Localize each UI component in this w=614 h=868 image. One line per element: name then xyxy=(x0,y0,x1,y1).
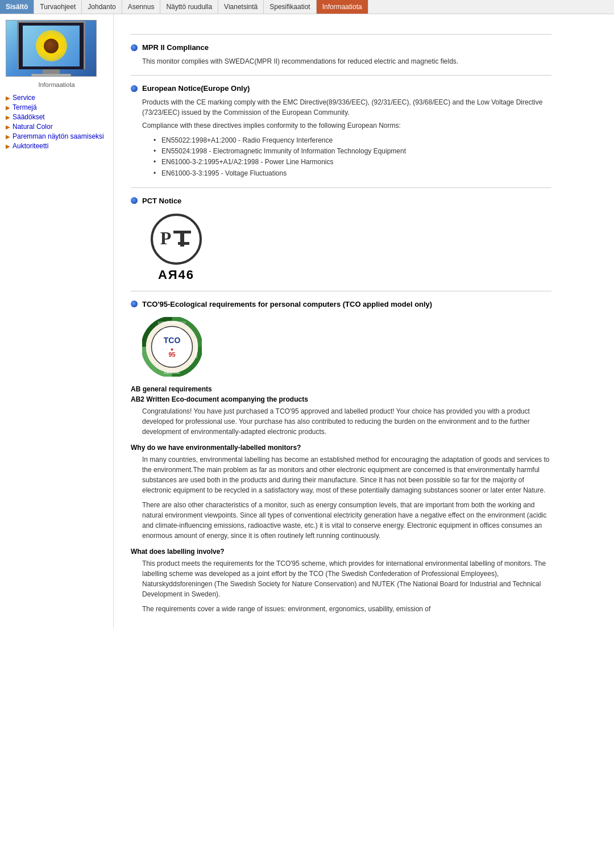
svg-rect-2 xyxy=(178,242,189,245)
requirements-text: The requirements cover a wide range of i… xyxy=(142,604,551,614)
sidebar-item-termeja[interactable]: ▶Termejä xyxy=(6,103,107,111)
bullet-icon xyxy=(131,301,138,307)
nav-item-spesifikaatiot[interactable]: Spesifikaatiot xyxy=(264,0,316,14)
mpr-section-header: MPR II Compliance xyxy=(131,43,551,52)
top-divider xyxy=(131,34,551,35)
list-item: EN55024:1998 - Electromagnetic Immunity … xyxy=(154,146,551,157)
mpr-title: MPR II Compliance xyxy=(142,43,209,52)
sidebar-item-saadokset[interactable]: ▶Säädökset xyxy=(6,113,107,121)
pct-title: PCT Notice xyxy=(142,197,181,205)
tco-svg: TCO ● 95 ECOLOGY●ENERGY ERGONOMICS EMISS… xyxy=(142,317,202,377)
svg-text:TCO●: TCO● xyxy=(146,344,150,352)
bullet-icon xyxy=(131,85,138,92)
europe-section-header: European Notice(Europe Only) xyxy=(131,84,551,93)
nav-item-vianetsinta[interactable]: Vianetsintä xyxy=(218,0,264,14)
tco-section-header: TCO'95-Ecological requirements for perso… xyxy=(131,300,551,308)
pct-logo: Р АЯ46 xyxy=(142,214,210,282)
list-item: EN61000-3-3:1995 - Voltage Fluctuations xyxy=(154,168,551,179)
divider-3 xyxy=(131,291,551,291)
sidebar-item-service[interactable]: ▶Service xyxy=(6,94,107,102)
divider-2 xyxy=(131,187,551,188)
svg-text:ECOLOGY●ENERGY: ECOLOGY●ENERGY xyxy=(158,321,186,324)
nav-item-turvaohjeet[interactable]: Turvaohjeet xyxy=(34,0,82,14)
ab2-header: AB2 Written Eco-document acompanying the… xyxy=(131,395,551,403)
pct-p-letter: Р xyxy=(160,228,172,251)
sidebar-item-natural-color[interactable]: ▶Natural Color xyxy=(6,123,107,131)
sidebar-section-label: Informaatiota xyxy=(6,81,107,88)
europe-text2: Compliance with these directives implies… xyxy=(142,120,551,131)
svg-text:TCO: TCO xyxy=(164,336,181,345)
nav-item-johdanto[interactable]: Johdanto xyxy=(82,0,122,14)
ab-general-header: AB general requirements xyxy=(131,385,551,393)
svg-text:95: 95 xyxy=(168,351,175,358)
arrow-icon: ▶ xyxy=(6,143,10,149)
tco-title: TCO'95-Ecological requirements for perso… xyxy=(142,300,432,308)
ab2-text: Congratulations! You have just purchased… xyxy=(142,406,551,437)
nav-item-asennus[interactable]: Asennus xyxy=(122,0,161,14)
svg-text:ERGONOMICS: ERGONOMICS xyxy=(194,338,198,358)
arrow-icon: ▶ xyxy=(6,114,10,120)
arrow-icon: ▶ xyxy=(6,105,10,111)
nav-bar: Sisältö Turvaohjeet Johdanto Asennus Näy… xyxy=(0,0,614,14)
pct-section-header: PCT Notice xyxy=(131,197,551,205)
labelling-text: This product meets the requirements for … xyxy=(142,558,551,599)
divider-1 xyxy=(131,75,551,76)
sidebar-monitor-image xyxy=(6,20,97,77)
pct-symbol-svg xyxy=(172,228,192,251)
mpr-text: This monitor complies with SWEDAC(MPR II… xyxy=(142,56,551,66)
tco-logo: TCO ● 95 ECOLOGY●ENERGY ERGONOMICS EMISS… xyxy=(142,317,551,377)
sidebar: Informaatiota ▶Service ▶Termejä ▶Säädöks… xyxy=(0,14,114,628)
nav-item-sisalto[interactable]: Sisältö xyxy=(0,0,34,14)
nav-item-naytto[interactable]: Näyttö ruudulla xyxy=(160,0,218,14)
pct-cyrillic-text: АЯ46 xyxy=(158,268,194,282)
bullet-icon xyxy=(131,44,138,51)
europe-title: European Notice(Europe Only) xyxy=(142,84,250,93)
tco-logo-container: TCO ● 95 ECOLOGY●ENERGY ERGONOMICS EMISS… xyxy=(142,317,202,377)
list-item: EN61000-3-2:1995+A1/A2:1998 - Power Line… xyxy=(154,157,551,168)
arrow-icon: ▶ xyxy=(6,95,10,101)
europe-bullet-list: EN55022:1998+A1:2000 - Radio Frequency I… xyxy=(154,135,551,179)
why-header: Why do we have environmentally-labelled … xyxy=(131,444,551,452)
list-item: EN55022:1998+A1:2000 - Radio Frequency I… xyxy=(154,135,551,146)
main-content: MPR II Compliance This monitor complies … xyxy=(114,14,569,628)
page-layout: Informaatiota ▶Service ▶Termejä ▶Säädöks… xyxy=(0,14,614,628)
bullet-icon xyxy=(131,197,138,204)
labelling-header: What does labelling involve? xyxy=(131,548,551,556)
why-text2: There are also other characteristics of … xyxy=(142,500,551,541)
pct-circle-logo: Р xyxy=(151,214,202,265)
sidebar-item-auktoriteetti[interactable]: ▶Auktoriteetti xyxy=(6,142,107,150)
why-text1: In many countries, environmental labelli… xyxy=(142,454,551,495)
svg-text:EMISSIONS: EMISSIONS xyxy=(164,371,180,374)
arrow-icon: ▶ xyxy=(6,124,10,130)
sidebar-item-paremman[interactable]: ▶Paremman näytön saamiseksi xyxy=(6,132,107,140)
arrow-icon: ▶ xyxy=(6,133,10,140)
nav-item-informaatiota[interactable]: Informaatiota xyxy=(317,0,368,14)
europe-text1: Products with the CE marking comply with… xyxy=(142,97,551,118)
sidebar-nav: ▶Service ▶Termejä ▶Säädökset ▶Natural Co… xyxy=(6,94,107,150)
